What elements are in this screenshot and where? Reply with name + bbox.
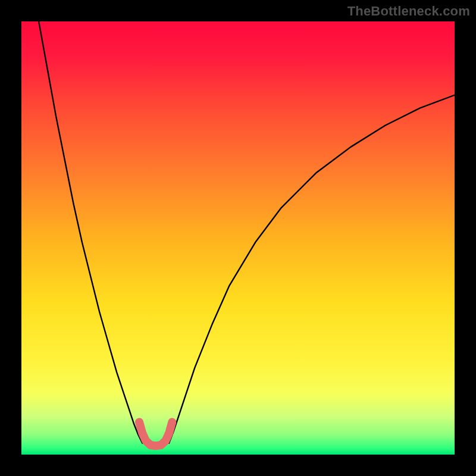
chart-frame: TheBottleneck.com: [0, 0, 476, 476]
watermark-text: TheBottleneck.com: [347, 4, 470, 19]
gradient-background: [21, 21, 455, 455]
chart-svg: [21, 21, 455, 455]
plot-area: [21, 21, 455, 455]
